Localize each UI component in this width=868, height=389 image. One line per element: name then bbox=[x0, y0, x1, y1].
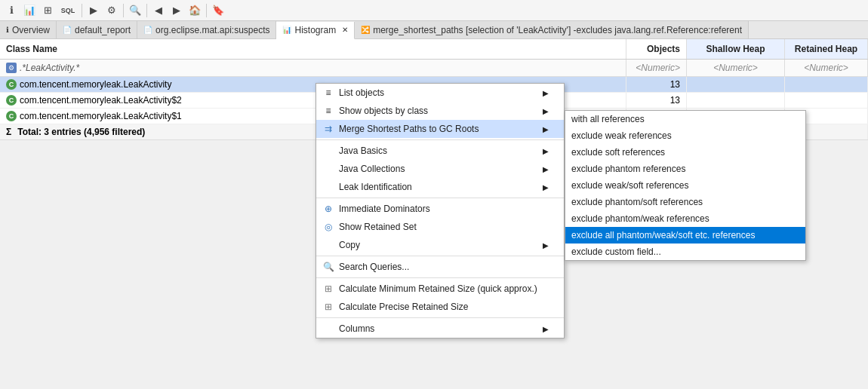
menu-item-immediate-dom[interactable]: ⊕ Immediate Dominators bbox=[316, 200, 564, 218]
tab-histogram-label: Histogram bbox=[294, 25, 336, 35]
report-icon: 📄 bbox=[63, 26, 72, 34]
submenu-item-excl-phantom-weak[interactable]: exclude phantom/weak references bbox=[565, 210, 805, 227]
menu-item-leak-id[interactable]: Leak Identification ▶ bbox=[316, 178, 564, 196]
histogram-icon: 📊 bbox=[282, 26, 291, 34]
calc-min-label: Calculate Minimum Retained Size (quick a… bbox=[339, 283, 537, 294]
filter-retained-value: <Numeric> bbox=[804, 63, 848, 73]
submenu-merge-paths: with all references exclude weak referen… bbox=[565, 110, 806, 261]
toolbar-btn-back[interactable]: ◀ bbox=[150, 2, 167, 19]
menu-item-list-objects[interactable]: ≡ List objects ▶ bbox=[316, 84, 564, 102]
leak-id-arrow: ▶ bbox=[543, 183, 549, 191]
submenu-item-excl-soft[interactable]: exclude soft references bbox=[565, 144, 805, 161]
objects-cell-1: 13 bbox=[626, 77, 687, 92]
java-basics-icon bbox=[322, 145, 334, 157]
toolbar-sep-2 bbox=[123, 4, 124, 17]
retained-cell-2 bbox=[785, 93, 868, 108]
submenu-item-excl-all[interactable]: exclude all phantom/weak/soft etc. refer… bbox=[565, 227, 805, 244]
submenu-item-excl-weak[interactable]: exclude weak references bbox=[565, 127, 805, 144]
filter-shallow-cell: <Numeric> bbox=[687, 60, 785, 76]
tab-default-report-label: default_report bbox=[75, 25, 131, 35]
tab-merge-paths[interactable]: 🔀 merge_shortest_paths [selection of 'Le… bbox=[355, 21, 749, 38]
menu-item-java-collections[interactable]: Java Collections ▶ bbox=[316, 160, 564, 178]
class-icon-3: C bbox=[6, 111, 17, 121]
submenu-excl-phantom-soft-label: exclude phantom/soft references bbox=[571, 197, 703, 207]
col-header-shallow: Shallow Heap bbox=[687, 39, 785, 59]
columns-arrow: ▶ bbox=[543, 325, 549, 333]
filter-objects-cell: <Numeric> bbox=[626, 60, 687, 76]
submenu-item-excl-weak-soft[interactable]: exclude weak/soft references bbox=[565, 177, 805, 194]
toolbar: ℹ 📊 ⊞ SQL ▶ ⚙ 🔍 ◀ ▶ 🏠 🔖 bbox=[0, 0, 868, 21]
tab-overview[interactable]: ℹ Overview bbox=[0, 21, 57, 38]
toolbar-btn-bookmark[interactable]: 🔖 bbox=[210, 2, 226, 19]
tab-histogram-close[interactable]: ✕ bbox=[342, 26, 348, 34]
filter-retained-cell: <Numeric> bbox=[785, 60, 868, 76]
menu-item-calc-precise[interactable]: ⊞ Calculate Precise Retained Size bbox=[316, 298, 564, 316]
toolbar-btn-chart[interactable]: 📊 bbox=[21, 2, 38, 19]
toolbar-btn-search[interactable]: 🔍 bbox=[127, 2, 143, 19]
toolbar-btn-run[interactable]: ▶ bbox=[85, 2, 102, 19]
toolbar-sep-4 bbox=[206, 4, 207, 17]
retained-set-label: Show Retained Set bbox=[339, 222, 417, 232]
menu-item-show-objects[interactable]: ≡ Show objects by class ▶ bbox=[316, 102, 564, 120]
list-objects-label: List objects bbox=[339, 87, 384, 98]
tab-merge-paths-label: merge_shortest_paths [selection of 'Leak… bbox=[373, 25, 742, 35]
col-header-class: Class Name bbox=[0, 39, 626, 59]
filter-class-value[interactable]: .*LeakActivity.* bbox=[20, 63, 79, 73]
menu-item-search-queries[interactable]: 🔍 Search Queries... bbox=[316, 258, 564, 276]
menu-item-calc-min[interactable]: ⊞ Calculate Minimum Retained Size (quick… bbox=[316, 280, 564, 298]
toolbar-btn-config[interactable]: ⚙ bbox=[103, 2, 120, 19]
submenu-item-excl-custom[interactable]: exclude custom field... bbox=[565, 244, 805, 260]
objects-cell-2: 13 bbox=[626, 93, 687, 108]
submenu-item-excl-phantom[interactable]: exclude phantom references bbox=[565, 161, 805, 177]
context-menu: ≡ List objects ▶ ≡ Show objects by class… bbox=[315, 83, 565, 338]
toolbar-btn-forward[interactable]: ▶ bbox=[168, 2, 185, 19]
toolbar-sep-3 bbox=[146, 4, 147, 17]
search-queries-label: Search Queries... bbox=[339, 262, 409, 272]
class-icon-2: C bbox=[6, 95, 17, 106]
filter-icon: ⚙ bbox=[6, 63, 17, 73]
submenu-item-excl-phantom-soft[interactable]: exclude phantom/soft references bbox=[565, 194, 805, 210]
toolbar-btn-info[interactable]: ℹ bbox=[3, 2, 20, 19]
toolbar-sep-1 bbox=[82, 4, 82, 17]
menu-sep-1 bbox=[316, 139, 564, 140]
toolbar-btn-sql[interactable]: SQL bbox=[57, 2, 78, 19]
objects-value-1: 13 bbox=[670, 79, 680, 90]
copy-label: Copy bbox=[339, 240, 360, 250]
calc-min-icon: ⊞ bbox=[322, 283, 334, 295]
menu-item-retained-set[interactable]: ◎ Show Retained Set bbox=[316, 218, 564, 236]
java-basics-label: Java Basics bbox=[339, 145, 387, 156]
filter-objects-value: <Numeric> bbox=[636, 63, 680, 73]
immediate-dom-label: Immediate Dominators bbox=[339, 204, 430, 214]
merge-paths-icon: ⇉ bbox=[322, 123, 334, 135]
class-name-3: com.tencent.memoryleak.LeakActivity$1 bbox=[20, 111, 182, 121]
menu-item-columns[interactable]: Columns ▶ bbox=[316, 320, 564, 338]
java-collections-arrow: ▶ bbox=[543, 165, 549, 173]
tabs-bar: ℹ Overview 📄 default_report 📄 org.eclips… bbox=[0, 21, 868, 39]
search-queries-icon: 🔍 bbox=[322, 261, 334, 273]
menu-item-java-basics[interactable]: Java Basics ▶ bbox=[316, 142, 564, 160]
tab-default-report[interactable]: 📄 default_report bbox=[57, 21, 137, 38]
columns-icon bbox=[322, 323, 334, 335]
shallow-cell-1 bbox=[687, 77, 785, 92]
submenu-excl-weak-label: exclude weak references bbox=[571, 130, 672, 141]
tab-suspects[interactable]: 📄 org.eclipse.mat.api:suspects bbox=[137, 21, 276, 38]
col-header-objects: Objects bbox=[626, 39, 687, 59]
calc-precise-icon: ⊞ bbox=[322, 301, 334, 313]
merge-paths-label: Merge Shortest Paths to GC Roots bbox=[339, 124, 479, 134]
menu-item-copy[interactable]: Copy ▶ bbox=[316, 236, 564, 254]
retained-cell-1 bbox=[785, 77, 868, 92]
toolbar-btn-home[interactable]: 🏠 bbox=[186, 2, 203, 19]
objects-value-2: 13 bbox=[670, 95, 680, 106]
tab-suspects-label: org.eclipse.mat.api:suspects bbox=[155, 25, 269, 35]
copy-icon bbox=[322, 239, 334, 251]
menu-sep-4 bbox=[316, 277, 564, 278]
submenu-item-with-all[interactable]: with all references bbox=[565, 111, 805, 127]
menu-sep-2 bbox=[316, 198, 564, 198]
tab-histogram[interactable]: 📊 Histogram ✕ bbox=[276, 22, 355, 39]
leak-id-icon bbox=[322, 181, 334, 193]
retained-set-icon: ◎ bbox=[322, 221, 334, 233]
menu-item-merge-paths[interactable]: ⇉ Merge Shortest Paths to GC Roots ▶ bbox=[316, 120, 564, 138]
toolbar-btn-grid[interactable]: ⊞ bbox=[39, 2, 56, 19]
copy-arrow: ▶ bbox=[543, 241, 549, 250]
menu-sep-5 bbox=[316, 317, 564, 318]
